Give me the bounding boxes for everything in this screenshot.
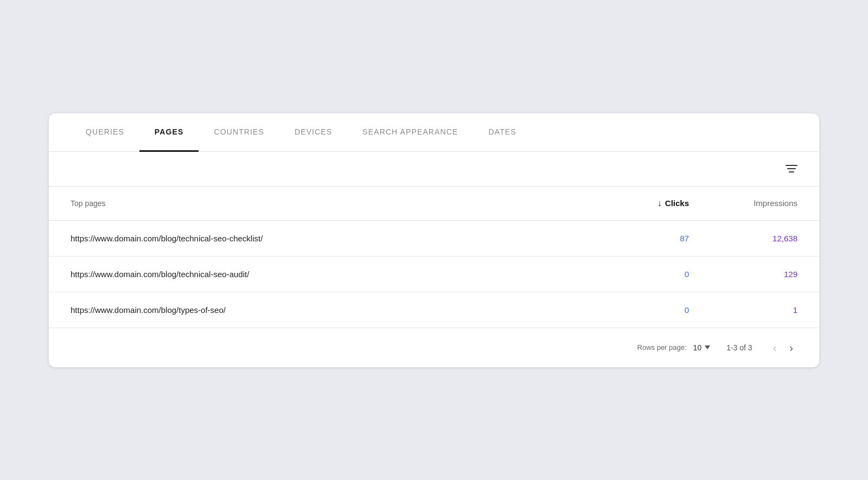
- tabs-bar: QUERIES PAGES COUNTRIES DEVICES SEARCH A…: [49, 113, 819, 152]
- tab-devices[interactable]: DEVICES: [279, 113, 347, 152]
- tab-pages[interactable]: PAGES: [139, 113, 199, 152]
- row-impressions: 1: [689, 305, 797, 315]
- dropdown-arrow-icon: [705, 345, 710, 349]
- main-card: QUERIES PAGES COUNTRIES DEVICES SEARCH A…: [49, 113, 819, 367]
- row-impressions: 12,638: [689, 234, 797, 243]
- col-header-page: Top pages: [71, 199, 580, 208]
- rows-per-page-label: Rows per page:: [637, 343, 687, 351]
- tab-dates[interactable]: DATES: [473, 113, 531, 152]
- table-header: Top pages ↓ Clicks Impressions: [49, 187, 819, 221]
- page-info: 1-3 of 3: [726, 343, 752, 352]
- col-header-impressions[interactable]: Impressions: [689, 199, 797, 208]
- row-clicks: 0: [580, 305, 689, 315]
- tab-queries[interactable]: QUERIES: [71, 113, 139, 152]
- rows-per-page-value: 10: [693, 343, 702, 352]
- rows-per-page-section: Rows per page: 10: [637, 343, 711, 352]
- table-row: https://www.domain.com/blog/types-of-seo…: [49, 292, 819, 328]
- row-impressions: 129: [689, 270, 797, 279]
- sort-arrow-icon: ↓: [658, 199, 662, 208]
- page-nav: ‹ ›: [769, 340, 797, 355]
- table-row: https://www.domain.com/blog/technical-se…: [49, 221, 819, 257]
- row-clicks: 0: [580, 270, 689, 279]
- pagination-bar: Rows per page: 10 1-3 of 3 ‹ ›: [49, 328, 819, 367]
- clicks-header-label: Clicks: [665, 199, 689, 208]
- col-header-clicks[interactable]: ↓ Clicks: [580, 199, 689, 208]
- next-page-button[interactable]: ›: [785, 340, 797, 355]
- filter-row: [49, 152, 819, 187]
- row-url[interactable]: https://www.domain.com/blog/technical-se…: [71, 234, 580, 243]
- row-url[interactable]: https://www.domain.com/blog/types-of-seo…: [71, 305, 580, 315]
- prev-page-button[interactable]: ‹: [769, 340, 781, 355]
- filter-button[interactable]: [786, 165, 797, 172]
- tab-search-appearance[interactable]: SEARCH APPEARANCE: [347, 113, 473, 152]
- row-clicks: 87: [580, 234, 689, 243]
- tab-countries[interactable]: COUNTRIES: [199, 113, 279, 152]
- row-url[interactable]: https://www.domain.com/blog/technical-se…: [71, 270, 580, 279]
- table-row: https://www.domain.com/blog/technical-se…: [49, 257, 819, 292]
- rows-per-page-selector[interactable]: 10: [693, 343, 711, 352]
